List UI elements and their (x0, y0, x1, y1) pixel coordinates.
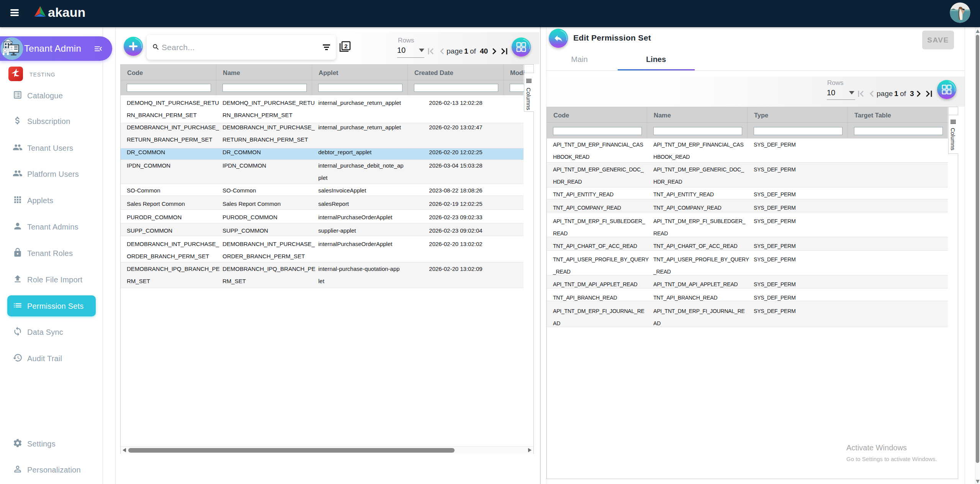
svg-text:2: 2 (344, 43, 347, 49)
